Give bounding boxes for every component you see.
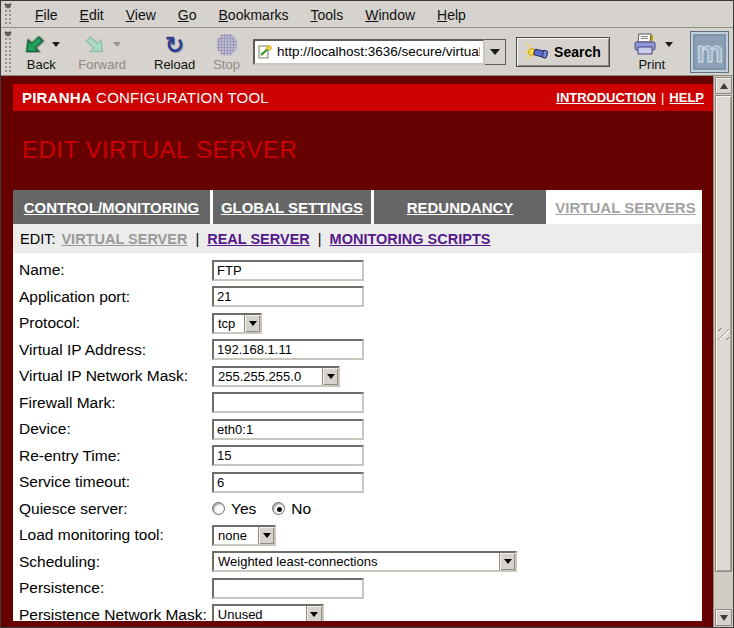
- form-row-re-entry-time: Re-entry Time:: [13, 443, 702, 470]
- form-row-virtual-ip-address: Virtual IP Address:: [13, 337, 702, 364]
- re-entry-time-input[interactable]: [212, 445, 364, 466]
- forward-label: Forward: [78, 58, 126, 72]
- subnav-prefix: EDIT:: [20, 231, 55, 247]
- brand-title: PIRANHA CONFIGURATION TOOL: [22, 89, 269, 106]
- form-row-service-timeout: Service timeout:: [13, 469, 702, 496]
- firewall-mark-input[interactable]: [212, 392, 364, 413]
- piranha-page: PIRANHA CONFIGURATION TOOL INTRODUCTION|…: [1, 76, 713, 627]
- form-row-persistence: Persistence:: [13, 575, 702, 602]
- back-dropdown-icon[interactable]: [52, 42, 60, 47]
- toolbar-grip-handle[interactable]: [3, 31, 12, 73]
- menu-go[interactable]: Go: [167, 3, 208, 27]
- url-dropdown-icon: [490, 49, 500, 55]
- field-label: Virtual IP Address:: [19, 341, 212, 359]
- field-label: Device:: [19, 420, 212, 438]
- service-timeout-input[interactable]: [212, 472, 364, 493]
- scheduling-select[interactable]: Weighted least-connections: [212, 551, 517, 572]
- menu-bar: File Edit View Go Bookmarks Tools Window…: [1, 1, 733, 28]
- reload-button[interactable]: ↻ Reload: [151, 31, 198, 73]
- url-field[interactable]: [253, 39, 485, 65]
- menu-file[interactable]: File: [24, 3, 69, 27]
- form-row-load-monitoring-tool: Load monitoring tool: none: [13, 522, 702, 549]
- subnav-link-real-server[interactable]: REAL SERVER: [207, 231, 310, 247]
- field-label: Load monitoring tool:: [19, 526, 212, 544]
- scheduling-select-value: Weighted least-connections: [214, 553, 499, 570]
- search-button[interactable]: Search: [516, 37, 610, 67]
- protocol-select-value: tcp: [214, 315, 244, 332]
- virtual-ip-network-mask-select-value: 255.255.255.0: [214, 368, 322, 385]
- scrollbar-up-button[interactable]: [715, 77, 732, 94]
- dropdown-arrow-icon: [322, 368, 338, 385]
- quiesce-server-radio-group: Yes No: [212, 500, 327, 518]
- menu-view[interactable]: View: [115, 3, 167, 27]
- dropdown-arrow-icon: [258, 527, 274, 544]
- application-port-input[interactable]: [212, 286, 364, 307]
- load-monitoring-tool-select[interactable]: none: [212, 525, 276, 546]
- print-dropdown-icon[interactable]: [665, 42, 673, 47]
- dropdown-arrow-icon: [244, 315, 260, 332]
- form-row-application-port: Application port:: [13, 284, 702, 311]
- form-row-virtual-ip-network-mask: Virtual IP Network Mask: 255.255.255.0: [13, 363, 702, 390]
- persistence-network-mask-select-value: Unused: [214, 606, 306, 621]
- menu-edit[interactable]: Edit: [69, 3, 115, 27]
- browser-window: File Edit View Go Bookmarks Tools Window…: [0, 0, 734, 628]
- field-label: Re-entry Time:: [19, 447, 212, 465]
- form-row-quiesce-server: Quiesce server: Yes No: [13, 496, 702, 523]
- persistence-input[interactable]: [212, 578, 364, 599]
- subnav-bar: EDIT: VIRTUAL SERVER | REAL SERVER | MON…: [13, 224, 702, 253]
- scrollbar-grip-icon: [718, 328, 729, 340]
- menu-help[interactable]: Help: [426, 3, 477, 27]
- protocol-select[interactable]: tcp: [212, 313, 262, 334]
- scrollbar-thumb[interactable]: [715, 95, 732, 572]
- menu-window[interactable]: Window: [354, 3, 426, 27]
- device-input[interactable]: [212, 419, 364, 440]
- search-icon: [525, 43, 549, 61]
- dropdown-arrow-icon: [499, 553, 515, 570]
- quiesce-no-radio[interactable]: [272, 502, 285, 515]
- stop-label: Stop: [213, 58, 240, 72]
- reload-label: Reload: [154, 58, 195, 72]
- forward-button: Forward: [75, 31, 129, 73]
- help-link[interactable]: HELP: [669, 90, 704, 105]
- name-input[interactable]: [212, 260, 364, 281]
- reload-icon: ↻: [165, 33, 184, 57]
- quiesce-yes-radio[interactable]: [212, 502, 225, 515]
- form-row-protocol: Protocol: tcp: [13, 310, 702, 337]
- tab-global-settings[interactable]: GLOBAL SETTINGS: [213, 190, 371, 224]
- content-panel: CONTROL/MONITORING GLOBAL SETTINGS REDUN…: [13, 190, 702, 621]
- url-input[interactable]: [277, 44, 480, 59]
- field-label: Persistence Network Mask:: [19, 606, 207, 621]
- field-label: Scheduling:: [19, 553, 212, 571]
- print-button[interactable]: Print: [628, 31, 676, 73]
- introduction-link[interactable]: INTRODUCTION: [556, 90, 656, 105]
- virtual-ip-network-mask-select[interactable]: 255.255.255.0: [212, 366, 340, 387]
- back-button[interactable]: Back: [19, 31, 63, 73]
- brand-bar: PIRANHA CONFIGURATION TOOL INTRODUCTION|…: [13, 84, 713, 111]
- persistence-network-mask-select[interactable]: Unused: [212, 604, 324, 621]
- tab-virtual-servers[interactable]: VIRTUAL SERVERS: [549, 190, 702, 224]
- field-label: Application port:: [19, 288, 212, 306]
- menubar-grip-handle[interactable]: [3, 3, 13, 26]
- subnav-link-monitoring-scripts[interactable]: MONITORING SCRIPTS: [330, 231, 491, 247]
- url-dropdown-button[interactable]: [485, 39, 506, 65]
- form-row-device: Device:: [13, 416, 702, 443]
- vertical-scrollbar[interactable]: [713, 76, 733, 627]
- dropdown-arrow-icon: [306, 606, 322, 621]
- scrollbar-down-button[interactable]: [715, 609, 732, 626]
- mozilla-logo[interactable]: m: [690, 31, 729, 73]
- virtual-ip-address-input[interactable]: [212, 339, 364, 360]
- quiesce-yes-label: Yes: [231, 500, 256, 518]
- menu-bookmarks[interactable]: Bookmarks: [208, 3, 300, 27]
- tab-control-monitoring[interactable]: CONTROL/MONITORING: [13, 190, 210, 224]
- menu-tools[interactable]: Tools: [300, 3, 355, 27]
- search-label: Search: [554, 44, 601, 60]
- browser-viewport: PIRANHA CONFIGURATION TOOL INTRODUCTION|…: [1, 76, 733, 627]
- subnav-separator: |: [195, 231, 199, 247]
- field-label: Service timeout:: [19, 473, 212, 491]
- subnav-current-virtual-server[interactable]: VIRTUAL SERVER: [61, 231, 187, 247]
- brand-title-bold: PIRANHA: [22, 89, 92, 106]
- url-bookmark-icon: [258, 45, 272, 59]
- field-label: Quiesce server:: [19, 500, 212, 518]
- tab-redundancy[interactable]: REDUNDANCY: [374, 190, 546, 224]
- field-label: Firewall Mark:: [19, 394, 212, 412]
